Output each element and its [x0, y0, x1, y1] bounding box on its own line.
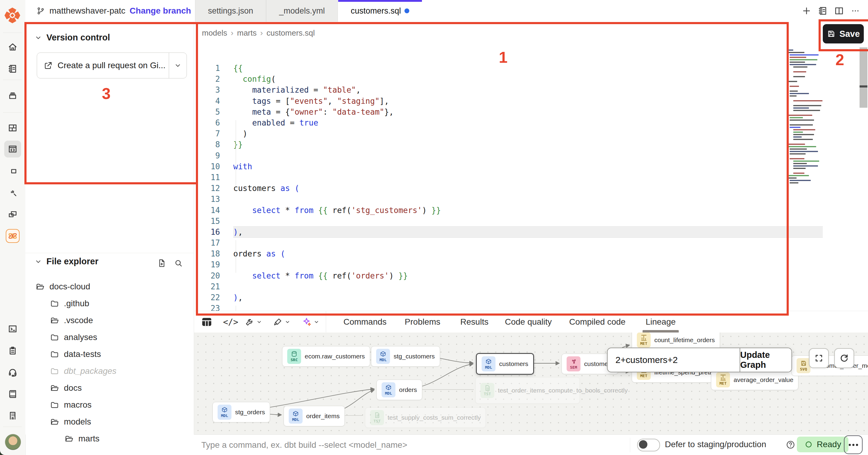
toolbar-divider: [326, 311, 326, 333]
search-files-icon[interactable]: [172, 256, 185, 270]
refresh-graph-icon[interactable]: [834, 348, 854, 368]
panel-tab-commands[interactable]: Commands: [341, 311, 390, 333]
results-table-icon[interactable]: [201, 315, 213, 329]
lineage-node-customer_order_metrics[interactable]: SVQcustomer_order_metrics: [792, 356, 868, 376]
lineage-node-average_order_value[interactable]: METaverage_order_value: [711, 370, 798, 390]
panel-tab-results[interactable]: Results: [457, 311, 492, 333]
code-view-icon[interactable]: </>: [223, 315, 239, 329]
panel-tab-compiled-code[interactable]: Compiled code: [567, 311, 627, 333]
file-tree-item-.github[interactable]: .github: [25, 295, 194, 312]
tab-_models.yml[interactable]: _models.yml: [266, 0, 338, 22]
dbt-logo-icon[interactable]: [4, 7, 21, 24]
save-button[interactable]: Save: [823, 24, 864, 44]
headset-icon[interactable]: [4, 364, 21, 381]
lineage-node-order_items[interactable]: MDLorder_items: [284, 406, 345, 426]
panel-tab-problems[interactable]: Problems: [401, 311, 444, 333]
line-number: 2: [194, 74, 223, 84]
ai-assist-icon[interactable]: [301, 315, 319, 329]
file-tree-item-docs-cloud[interactable]: docs-cloud: [25, 278, 194, 295]
file-tree-item-analyses[interactable]: analyses: [25, 329, 194, 346]
fullscreen-icon[interactable]: [809, 348, 829, 368]
lineage-node-test_supply_costs_sum_correctly[interactable]: TSTtest_supply_costs_sum_correctly: [365, 407, 486, 428]
panel-tab-lineage[interactable]: Lineage: [643, 311, 678, 333]
line-number: 20: [194, 271, 223, 281]
file-tree-item-macros[interactable]: macros: [25, 396, 194, 414]
lineage-node-stg_orders[interactable]: MDLstg_orders: [213, 402, 270, 422]
statusbar-more-button[interactable]: [844, 435, 863, 454]
tab-label: settings.json: [208, 6, 253, 16]
terminal-icon[interactable]: [4, 320, 21, 337]
building-icon[interactable]: [4, 407, 21, 424]
indent-guide: [236, 240, 236, 273]
line-number: 6: [194, 117, 223, 128]
code-area[interactable]: {{ config( materialized = "table", tags …: [233, 63, 823, 325]
line-number: 3: [194, 84, 223, 95]
file-tree-item-docs[interactable]: docs: [25, 379, 194, 396]
windows-icon[interactable]: [4, 206, 21, 223]
file-tree-item-models[interactable]: models: [25, 414, 194, 430]
split-editor-icon[interactable]: [832, 4, 846, 18]
breadcrumb-item[interactable]: marts: [237, 28, 257, 38]
insights-icon[interactable]: [4, 184, 21, 201]
minimap[interactable]: [786, 49, 826, 184]
panel-tab-code-quality[interactable]: Code quality: [503, 311, 554, 333]
defer-toggle[interactable]: [637, 439, 660, 451]
notebook-panel-icon[interactable]: [815, 4, 830, 18]
lineage-canvas[interactable]: SRCecom.raw_customersMDLstg_customersMDL…: [194, 333, 868, 434]
line-number: 14: [194, 205, 223, 216]
clipboard-icon[interactable]: [4, 342, 21, 359]
lineage-node-ecom.raw_customers[interactable]: SRCecom.raw_customers: [282, 346, 370, 367]
editor-scrollbar[interactable]: [860, 47, 867, 108]
lineage-node-test_order_items_compute_to_bools_correctly[interactable]: TSTtest_order_items_compute_to_bools_cor…: [475, 377, 580, 404]
line-number: 12: [194, 183, 223, 194]
node-label: average_order_value: [734, 376, 793, 383]
file-tree-item-data-tests[interactable]: data-tests: [25, 346, 194, 363]
file-name: dbt_packages: [64, 366, 116, 376]
lineage-node-stg_customers[interactable]: MDLstg_customers: [371, 346, 440, 367]
book-icon[interactable]: [4, 386, 21, 402]
file-name: .github: [64, 299, 89, 308]
src-badge-icon: SRC: [287, 349, 301, 364]
lineage-node-customers[interactable]: MDLcustomers: [476, 353, 534, 375]
pr-button-dropdown[interactable]: [169, 53, 187, 78]
lineage-node-orders[interactable]: MDLorders: [376, 379, 422, 400]
new-tab-icon[interactable]: [799, 4, 814, 18]
node-label: orders: [399, 386, 417, 394]
code-editor[interactable]: models›marts›customers.sql 1234567891011…: [194, 22, 868, 311]
lineage-selector-input[interactable]: [608, 348, 740, 372]
help-icon[interactable]: [785, 439, 796, 450]
code-line: }}: [233, 139, 823, 150]
file-tree-item-marts[interactable]: marts: [25, 430, 194, 447]
grid-icon[interactable]: [4, 119, 21, 136]
code-line: select * from {{ ref('stg_customers') }}: [233, 205, 823, 216]
new-file-icon[interactable]: [155, 256, 168, 270]
version-control-header[interactable]: Version control: [34, 33, 110, 42]
breadcrumb-item[interactable]: models: [202, 28, 227, 38]
file-tree-item-.vscode[interactable]: .vscode: [25, 312, 194, 329]
home-icon[interactable]: [4, 39, 21, 56]
folder-open-icon: [50, 383, 59, 393]
create-pull-request-button[interactable]: Create a pull request on Gi...: [37, 53, 187, 79]
update-graph-button[interactable]: Update Graph: [740, 348, 792, 372]
code-icon[interactable]: [4, 141, 21, 158]
notebook-icon[interactable]: [4, 60, 21, 77]
file-explorer-header[interactable]: File explorer: [34, 256, 98, 266]
folder-open-icon: [64, 434, 73, 443]
code-line: ),: [233, 292, 823, 303]
version-control-title: Version control: [46, 33, 110, 42]
breadcrumb-item[interactable]: customers.sql: [267, 28, 315, 38]
overflow-menu-icon[interactable]: [848, 4, 863, 18]
user-avatar[interactable]: [5, 434, 21, 450]
node-label: test_supply_costs_sum_correctly: [388, 414, 481, 421]
command-input[interactable]: Type a command, ex. dbt build --select <…: [201, 439, 617, 451]
change-branch-link[interactable]: Change branch: [130, 6, 191, 16]
build-tools-icon[interactable]: [245, 315, 262, 329]
format-icon[interactable]: [273, 315, 290, 329]
frame-icon[interactable]: [4, 162, 21, 179]
tab-customers.sql[interactable]: customers.sql: [338, 0, 423, 22]
fusion-icon[interactable]: [4, 227, 21, 245]
file-tree-item-dbt_packages[interactable]: dbt_packages: [25, 363, 194, 379]
code-line: enabled = true: [233, 117, 823, 128]
tray-icon[interactable]: [4, 87, 21, 105]
tab-settings.json[interactable]: settings.json: [195, 0, 266, 22]
